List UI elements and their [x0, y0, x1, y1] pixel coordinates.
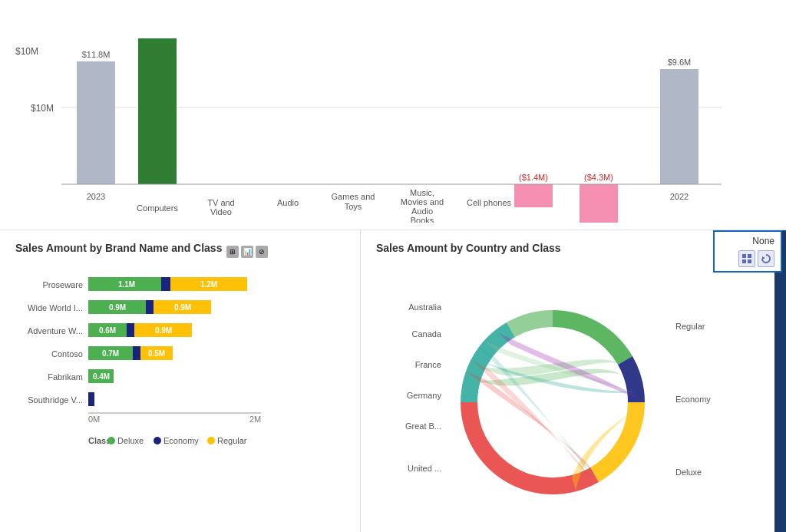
bar-computers: [138, 38, 177, 184]
svg-rect-76: [748, 259, 751, 263]
bar-2022: [660, 69, 698, 184]
svg-rect-28: [161, 277, 170, 291]
svg-text:Proseware: Proseware: [42, 280, 83, 289]
svg-text:0.9M: 0.9M: [174, 303, 191, 312]
svg-text:TV and: TV and: [207, 198, 234, 207]
svg-text:Germany: Germany: [407, 391, 442, 400]
svg-text:Canada: Canada: [411, 329, 441, 339]
svg-text:France: France: [415, 360, 441, 369]
svg-text:0.6M: 0.6M: [99, 326, 116, 335]
svg-text:Regular: Regular: [217, 436, 247, 445]
filter-icon[interactable]: ⊘: [256, 246, 268, 258]
left-panel: Sales Amount by Brand Name and Class ⊞ 📊…: [0, 230, 361, 532]
svg-text:$9.6M: $9.6M: [668, 58, 692, 67]
svg-text:Audio: Audio: [411, 207, 433, 216]
svg-text:Economy: Economy: [675, 395, 711, 404]
svg-rect-73: [742, 254, 746, 258]
right-panel-title: Sales Amount by Country and Class: [376, 242, 561, 254]
tooltip-none-label: None: [721, 236, 774, 246]
svg-text:($4.3M): ($4.3M): [584, 173, 613, 182]
tooltip-table-icon[interactable]: [738, 250, 755, 267]
svg-text:Audio: Audio: [277, 198, 299, 207]
svg-text:Music,: Music,: [410, 188, 434, 197]
svg-text:0.7M: 0.7M: [102, 349, 119, 358]
svg-text:Contoso: Contoso: [51, 349, 83, 359]
svg-text:Books: Books: [411, 216, 434, 223]
svg-text:Adventure W...: Adventure W...: [28, 326, 83, 335]
svg-text:Great B...: Great B...: [405, 421, 441, 431]
top-chart: $10M $10M $11.8M ($1.4: [0, 0, 786, 230]
svg-text:Southridge V...: Southridge V...: [28, 395, 83, 405]
svg-text:1.1M: 1.1M: [118, 280, 135, 289]
svg-text:0.5M: 0.5M: [148, 349, 165, 358]
svg-text:0.9M: 0.9M: [155, 326, 172, 335]
svg-text:Video: Video: [210, 207, 232, 216]
svg-text:United ...: United ...: [408, 464, 441, 473]
svg-text:Fabrikam: Fabrikam: [48, 372, 83, 382]
svg-text:2M: 2M: [249, 415, 261, 424]
svg-text:Movies and: Movies and: [401, 197, 444, 207]
svg-text:Class: Class: [88, 436, 111, 445]
svg-rect-74: [748, 254, 751, 258]
table-icon[interactable]: ⊞: [226, 246, 239, 258]
main-container: $10M $10M $11.8M ($1.4: [0, 0, 786, 532]
svg-text:0.4M: 0.4M: [93, 372, 110, 381]
bar-cameras: [514, 184, 553, 207]
svg-text:Deluxe: Deluxe: [117, 436, 144, 445]
svg-point-60: [154, 437, 161, 444]
svg-text:Regular: Regular: [675, 322, 705, 331]
svg-text:Australia: Australia: [408, 302, 442, 312]
svg-rect-34: [146, 300, 154, 314]
svg-text:2023: 2023: [87, 192, 105, 201]
chord-diagram: Australia Canada France Germany Great B.…: [376, 268, 745, 529]
svg-text:$10M: $10M: [31, 103, 54, 114]
tooltip-refresh-icon[interactable]: [758, 250, 774, 267]
svg-text:1.2M: 1.2M: [200, 280, 217, 289]
chart-icon[interactable]: 📊: [241, 246, 253, 258]
svg-text:Computers: Computers: [137, 203, 178, 213]
svg-text:Games and: Games and: [332, 192, 375, 201]
svg-text:Wide World I...: Wide World I...: [28, 303, 83, 312]
svg-point-62: [207, 437, 215, 444]
svg-text:($1.4M): ($1.4M): [519, 173, 548, 182]
sidebar-right: [774, 230, 786, 532]
top-bar-chart: $10M $11.8M ($1.4M) ($4.3M): [31, 8, 768, 223]
svg-text:$11.8M: $11.8M: [82, 50, 111, 59]
svg-text:Deluxe: Deluxe: [675, 468, 702, 477]
svg-text:Economy: Economy: [163, 436, 199, 445]
horizontal-bar-chart: Proseware 1.1M 1.2M Wide World I... 0.9M…: [15, 271, 338, 459]
svg-rect-46: [133, 346, 140, 360]
svg-rect-75: [742, 259, 746, 263]
svg-text:2022: 2022: [670, 192, 689, 201]
bar-2023: [77, 61, 115, 184]
tooltip-popup: None: [713, 230, 782, 273]
svg-text:0.9M: 0.9M: [109, 303, 126, 312]
svg-marker-77: [762, 256, 765, 259]
left-panel-title: Sales Amount by Brand Name and Class: [15, 242, 222, 254]
svg-text:0M: 0M: [88, 415, 100, 424]
svg-point-58: [107, 437, 115, 444]
bottom-section: Sales Amount by Brand Name and Class ⊞ 📊…: [0, 230, 786, 532]
svg-text:Toys: Toys: [345, 202, 362, 211]
svg-text:Cell phones: Cell phones: [467, 198, 512, 207]
bar-home-appliances: [580, 184, 618, 223]
right-panel: Sales Amount by Country and Class Austra…: [361, 230, 774, 532]
svg-rect-53: [88, 392, 94, 406]
svg-rect-40: [127, 323, 134, 337]
